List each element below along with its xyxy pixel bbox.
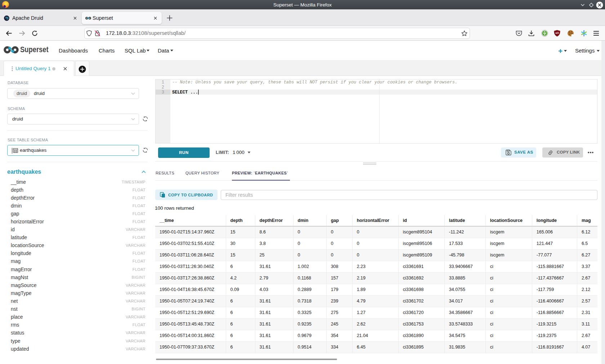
svg-text:uO: uO — [555, 32, 559, 34]
